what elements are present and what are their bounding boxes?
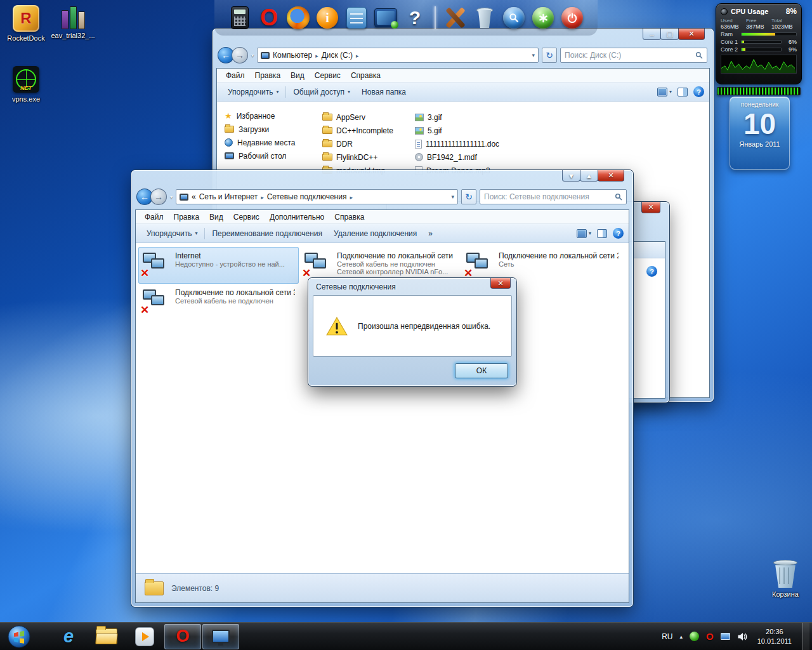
recycle-icon[interactable]	[473, 4, 497, 32]
address-dropdown-caret[interactable]: ▾	[532, 52, 535, 58]
taskbar-media-player[interactable]	[126, 624, 163, 649]
file-item[interactable]: 3.gif	[415, 110, 499, 124]
maximize-button[interactable]: ▲	[580, 170, 598, 182]
update-icon[interactable]	[531, 4, 555, 32]
breadcrumb-current[interactable]: Сетевые подключения	[267, 192, 347, 201]
forward-button[interactable]: →	[150, 189, 167, 205]
titlebar[interactable]: ▼ ▲ ✕	[135, 170, 629, 188]
menu-help[interactable]: Справка	[346, 70, 386, 81]
cpu-usage-gadget[interactable]: CPU Usage 8% Used636MB Free387MB Total10…	[716, 3, 802, 84]
desktop-icon-recycle-bin[interactable]: Корзина	[763, 559, 808, 599]
breadcrumb-arrow-icon[interactable]	[350, 192, 353, 201]
history-dropdown[interactable]: ▾	[251, 53, 254, 58]
file-item[interactable]: DC++Incomplete	[322, 124, 403, 137]
share-button[interactable]: Общий доступ▾	[287, 85, 356, 99]
menu-tools[interactable]: Сервис	[310, 70, 346, 81]
menu-advanced[interactable]: Дополнительно	[265, 211, 329, 223]
desktop-icon-vpns[interactable]: NET vpns.exe	[4, 66, 48, 103]
network-tray-icon[interactable]	[721, 633, 730, 640]
delete-connection-button[interactable]: Удаление подключения	[328, 227, 422, 241]
address-dropdown-caret[interactable]: ▾	[451, 194, 454, 200]
search-input[interactable]	[484, 192, 612, 201]
taskbar-network-window[interactable]	[202, 624, 239, 649]
volume-icon[interactable]	[737, 632, 748, 641]
refresh-button[interactable]: ↻	[542, 48, 557, 63]
show-desktop-button[interactable]	[802, 623, 809, 650]
menu-file[interactable]: Файл	[221, 70, 250, 81]
calendar-gadget[interactable]: понедельник 10 Январь 2011	[730, 96, 790, 169]
breadcrumb[interactable]: Компьютер Диск (C:) ▾	[257, 48, 539, 63]
minimize-button[interactable]: ▼	[562, 170, 580, 182]
taskbar-internet-explorer[interactable]: e	[50, 624, 87, 649]
file-item[interactable]: BF1942_1.mdf	[415, 150, 499, 164]
preview-pane-button[interactable]	[597, 229, 607, 238]
menu-edit[interactable]: Правка	[250, 70, 286, 81]
maximize-button[interactable]: ▢	[660, 29, 679, 40]
breadcrumb-current[interactable]: Диск (C:)	[322, 51, 353, 60]
help-icon[interactable]: ?	[403, 4, 427, 32]
breadcrumb-root[interactable]: Сеть и Интернет	[199, 192, 258, 201]
menu-view[interactable]: Вид	[285, 70, 310, 81]
taskbar-opera[interactable]: O	[164, 624, 201, 649]
ok-button[interactable]: ОК	[455, 363, 508, 378]
breadcrumb-arrow-icon[interactable]	[315, 51, 318, 60]
menu-help[interactable]: Справка	[329, 211, 369, 223]
preview-pane-button[interactable]	[678, 88, 688, 96]
forward-button[interactable]: →	[232, 47, 248, 63]
dialog-titlebar[interactable]: Сетевые подключения ✕	[313, 278, 512, 295]
breadcrumb-overflow[interactable]: «	[192, 192, 196, 201]
close-button[interactable]: ✕	[678, 29, 705, 40]
start-button[interactable]	[5, 623, 33, 650]
change-view-button[interactable]: ▾	[577, 229, 591, 238]
sidebar-item-downloads[interactable]: Загрузки	[225, 123, 313, 136]
change-view-button[interactable]: ▾	[657, 88, 672, 96]
new-folder-button[interactable]: Новая папка	[356, 85, 412, 99]
language-indicator[interactable]: RU	[662, 632, 672, 641]
power-icon[interactable]	[560, 4, 584, 32]
menu-view[interactable]: Вид	[204, 211, 228, 223]
desktop-icon-rocketdock[interactable]: R RocketDock	[4, 5, 48, 43]
file-item[interactable]: FlylinkDC++	[322, 150, 403, 164]
calculator-icon[interactable]	[228, 4, 252, 32]
explorer-help-button[interactable]: ?	[646, 266, 657, 277]
opera-tray-icon[interactable]: O	[706, 632, 714, 641]
sidebar-item-desktop[interactable]: Рабочий стол	[225, 149, 313, 162]
search-icon[interactable]	[502, 4, 526, 32]
connection-internet[interactable]: ✕ Internet Недоступно - устройство не на…	[138, 247, 299, 284]
organize-button[interactable]: Упорядочить▾	[222, 85, 284, 99]
breadcrumb-arrow-icon[interactable]	[356, 51, 359, 60]
explorer-help-button[interactable]: ?	[613, 228, 624, 239]
file-item[interactable]: AppServ	[322, 110, 403, 124]
file-item[interactable]: 1111111111111111.doc	[415, 137, 499, 150]
info-icon[interactable]: i	[315, 4, 339, 32]
file-item[interactable]: 5.gif	[415, 124, 499, 137]
equalizer-gadget[interactable]	[717, 87, 801, 95]
breadcrumb-arrow-icon[interactable]	[261, 192, 264, 201]
organize-button[interactable]: Упорядочить▾	[141, 227, 203, 241]
explorer-help-button[interactable]: ?	[693, 86, 704, 97]
desktop-icon-eav-trial[interactable]: eav_trial32_...	[51, 4, 95, 40]
more-commands-chevron[interactable]: »	[422, 227, 438, 241]
minimize-button[interactable]: –	[643, 29, 661, 40]
close-button[interactable]: ✕	[641, 202, 660, 213]
connection-lan-3[interactable]: ✕ Подключение по локальной сети 3 Сетево…	[138, 284, 299, 321]
menu-edit[interactable]: Правка	[169, 211, 205, 223]
opera-icon[interactable]: O	[257, 4, 281, 32]
clock[interactable]: 20:36 10.01.2011	[757, 627, 792, 646]
sidebar-item-recent-places[interactable]: Недавние места	[225, 136, 313, 149]
design-tools-icon[interactable]	[443, 4, 468, 32]
search-input[interactable]	[565, 51, 693, 60]
show-hidden-icons-button[interactable]: ▴	[680, 633, 683, 640]
firefox-icon[interactable]	[286, 4, 310, 32]
menu-file[interactable]: Файл	[140, 211, 169, 223]
notes-icon[interactable]	[344, 4, 369, 32]
antivirus-tray-icon[interactable]	[690, 632, 699, 641]
file-item[interactable]: DDR	[322, 137, 403, 150]
search-box[interactable]	[560, 48, 707, 63]
taskbar-explorer[interactable]	[88, 624, 125, 649]
media-player-icon[interactable]	[374, 4, 398, 32]
sidebar-item-favorites[interactable]: ★Избранное	[225, 109, 313, 123]
breadcrumb[interactable]: « Сеть и Интернет Сетевые подключения ▾	[176, 189, 458, 204]
rename-connection-button[interactable]: Переименование подключения	[206, 227, 328, 241]
dialog-close-button[interactable]: ✕	[490, 278, 511, 289]
